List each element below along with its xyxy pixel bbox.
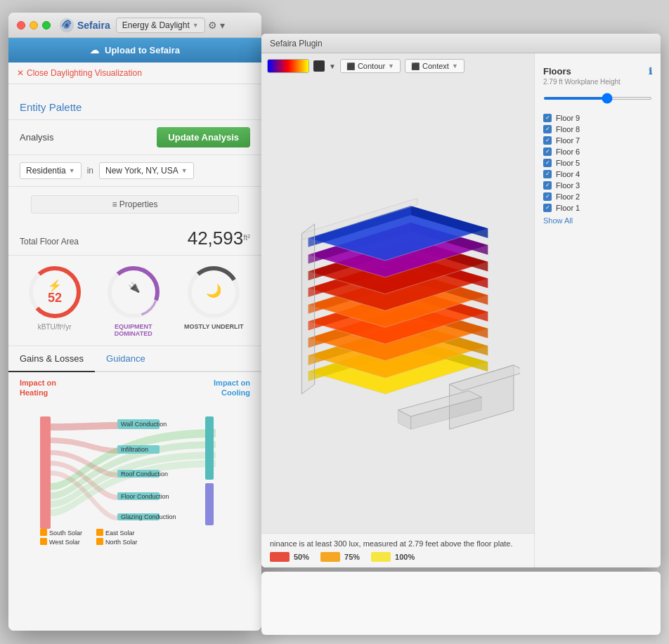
svg-rect-32: [96, 538, 103, 545]
tab-gains-losses[interactable]: Gains & Losses: [8, 346, 95, 372]
legend-75: 75%: [320, 552, 360, 562]
svg-rect-14: [205, 416, 214, 480]
floor-5-checkbox[interactable]: ✓: [543, 159, 552, 167]
legend-row: 50% 75% 100%: [270, 552, 526, 562]
analysis-row: Analysis Update Analysis: [8, 120, 261, 155]
traffic-lights: [17, 21, 51, 29]
floors-title: Floors ℹ: [543, 66, 652, 77]
cooling-label: Impact onCooling: [214, 378, 250, 398]
floor-9: ✓ Floor 9: [543, 112, 652, 124]
chevron-down-icon: ▼: [69, 167, 75, 174]
svg-rect-15: [205, 483, 214, 525]
svg-rect-28: [40, 538, 47, 545]
floor-1: ✓ Floor 1: [543, 202, 652, 213]
legend-swatch-50: [270, 552, 290, 562]
workplane-slider[interactable]: [543, 97, 652, 100]
sankey-section: Impact onHeating Impact onCooling: [8, 372, 261, 565]
location-row: Residentia ▼ in New York, NY, USA ▼: [8, 155, 261, 187]
chevron-down-icon: ▼: [193, 22, 199, 29]
floor-6-checkbox[interactable]: ✓: [543, 147, 552, 156]
floor-8: ✓ Floor 8: [543, 124, 652, 135]
equipment-gauge-svg: 🔌: [105, 264, 162, 320]
svg-text:52: 52: [48, 291, 62, 305]
svg-text:🌙: 🌙: [206, 283, 222, 298]
tab-guidance[interactable]: Guidance: [95, 346, 157, 372]
location-dropdown[interactable]: New York, NY, USA ▼: [99, 162, 194, 179]
floor-4: ✓ Floor 4: [543, 169, 652, 180]
svg-text:East Solar: East Solar: [105, 530, 135, 537]
building-type-dropdown[interactable]: Residentia ▼: [20, 162, 82, 179]
tabs-row: Gains & Losses Guidance: [8, 346, 261, 372]
properties-button[interactable]: ≡ Properties: [31, 195, 239, 213]
svg-rect-26: [40, 529, 47, 536]
floor-4-checkbox[interactable]: ✓: [543, 170, 552, 178]
title-bar: Sefaira Energy & Daylight ▼ ⚙ ▾: [8, 13, 261, 38]
energy-unit-label: kBTU/ft²/yr: [38, 323, 72, 331]
workplane-slider-container: [543, 90, 652, 103]
floor-9-checkbox[interactable]: ✓: [543, 114, 552, 122]
legend-50: 50%: [270, 552, 309, 562]
plugin-title-bar: Sefaira Plugin: [261, 34, 661, 53]
maximize-button[interactable]: [42, 21, 51, 29]
svg-text:Infiltration: Infiltration: [121, 446, 148, 453]
bottom-legend: ninance is at least 300 lux, measured at…: [261, 533, 534, 567]
svg-point-1: [65, 23, 69, 27]
panel-content: ☁ Upload to Sefaira ✕ Close Daylighting …: [8, 38, 261, 631]
svg-text:North Solar: North Solar: [105, 539, 138, 546]
sankey-chart: Wall Conduction Infiltration Roof Conduc…: [20, 402, 250, 557]
update-analysis-button[interactable]: Update Analysis: [157, 127, 250, 147]
equipment-gauge: 🔌: [105, 264, 162, 320]
floors-section: Floors ℹ 2.79 ft Workplane Height ✓ Floo…: [543, 66, 652, 225]
legend-text: ninance is at least 300 lux, measured at…: [270, 539, 513, 548]
chevron-down-icon: ▼: [181, 167, 188, 174]
svg-text:South Solar: South Solar: [49, 530, 82, 537]
minimize-button[interactable]: [30, 21, 38, 29]
legend-swatch-75: [320, 552, 340, 562]
bottom-window: [261, 572, 661, 635]
analysis-label: Analysis: [20, 132, 53, 143]
main-window: Sefaira Energy & Daylight ▼ ⚙ ▾ ☁ Upload…: [8, 13, 261, 631]
svg-text:Floor Conduction: Floor Conduction: [121, 493, 169, 500]
floors-info-icon[interactable]: ℹ: [649, 66, 652, 77]
svg-marker-61: [301, 224, 314, 394]
svg-text:West Solar: West Solar: [49, 539, 80, 546]
floor-7-checkbox[interactable]: ✓: [543, 136, 552, 145]
daylight-metric: 🌙 MOSTLY UNDERLIT: [184, 264, 244, 337]
plugin-body: ▼ ⬛ Contour ▼ ⬛ Context ▼: [261, 53, 661, 567]
metrics-row: ⚡ 52 kBTU/ft²/yr 🔌: [8, 256, 261, 346]
in-label: in: [87, 166, 93, 176]
show-all-link[interactable]: Show All: [543, 216, 652, 225]
equipment-label: EQUIPMENT DOMINATED: [102, 323, 165, 337]
floor-1-checkbox[interactable]: ✓: [543, 204, 552, 212]
entity-palette-section: Entity Palette: [8, 93, 261, 120]
legend-swatch-100: [371, 552, 391, 562]
floor-3-checkbox[interactable]: ✓: [543, 181, 552, 190]
sefaira-logo: Sefaira: [59, 18, 110, 33]
brand-name: Sefaira: [77, 20, 110, 31]
plugin-window: Sefaira Plugin ▼ ⬛ Contour ▼ ⬛ Context ▼: [261, 34, 661, 567]
properties-container: ≡ Properties: [8, 187, 261, 222]
svg-rect-30: [96, 529, 103, 536]
svg-text:🔌: 🔌: [127, 282, 140, 294]
sankey-container: Wall Conduction Infiltration Roof Conduc…: [20, 402, 250, 557]
floor-area-label: Total Floor Area: [20, 237, 79, 247]
upload-button[interactable]: ☁ Upload to Sefaira: [8, 38, 261, 63]
close-button[interactable]: [17, 21, 25, 29]
floor-2-checkbox[interactable]: ✓: [543, 192, 552, 201]
floor-3: ✓ Floor 3: [543, 180, 652, 191]
daylight-gauge-svg: 🌙: [186, 264, 242, 320]
energy-gauge: ⚡ 52: [27, 264, 83, 320]
floor-5: ✓ Floor 5: [543, 157, 652, 169]
svg-text:Roof Conduction: Roof Conduction: [121, 471, 168, 478]
settings-button[interactable]: ⚙ ▾: [208, 20, 225, 31]
floor-8-checkbox[interactable]: ✓: [543, 125, 552, 133]
energy-daylight-dropdown[interactable]: Energy & Daylight ▼: [116, 18, 205, 33]
daylight-gauge: 🌙: [186, 264, 242, 320]
close-viz-button[interactable]: ✕ Close Daylighting Visualization: [8, 63, 261, 84]
floors-subtitle: 2.79 ft Workplane Height: [543, 78, 652, 86]
building-svg: [282, 67, 520, 483]
equipment-metric: 🔌 EQUIPMENT DOMINATED: [102, 264, 165, 337]
energy-gauge-svg: ⚡ 52: [27, 264, 83, 320]
floor-area-row: Total Floor Area 42,593ft²: [8, 222, 261, 256]
building-3d-viz: [282, 67, 520, 483]
